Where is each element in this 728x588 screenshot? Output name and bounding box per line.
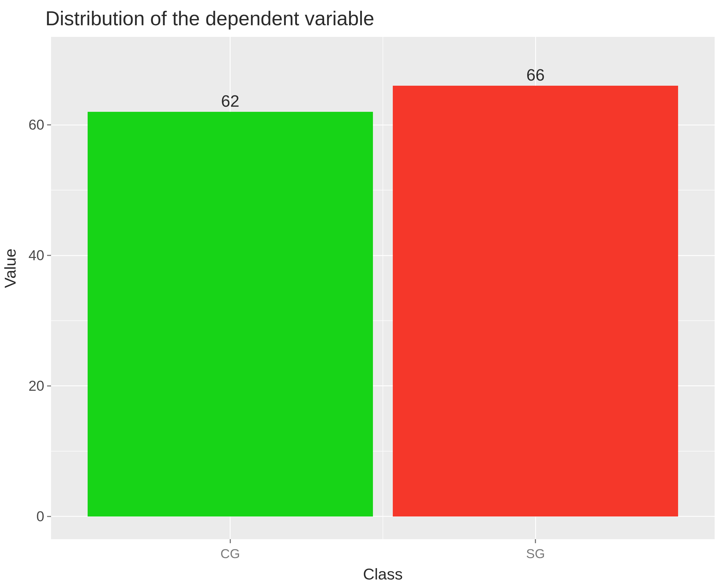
bar-label: 62 [221, 91, 240, 110]
y-tick-mark [47, 124, 51, 125]
x-tick-mark [535, 539, 536, 543]
x-tick-mark [230, 539, 231, 543]
x-tick-label: SG [526, 546, 545, 561]
y-tick-mark [47, 385, 51, 386]
x-axis-title: Class [363, 565, 403, 583]
bar-cg [88, 112, 373, 516]
chart-container: Distribution of the dependent variable V… [0, 0, 728, 588]
gridline-minor-x [382, 37, 383, 539]
y-tick-mark [47, 255, 51, 256]
bar-label: 66 [526, 65, 545, 84]
y-axis-title: Value [1, 249, 19, 288]
chart-title: Distribution of the dependent variable [45, 7, 374, 30]
y-tick-mark [47, 516, 51, 517]
plot-panel: 020406062CG66SG [51, 37, 715, 539]
bar-sg [393, 86, 678, 516]
x-tick-label: CG [220, 546, 240, 561]
